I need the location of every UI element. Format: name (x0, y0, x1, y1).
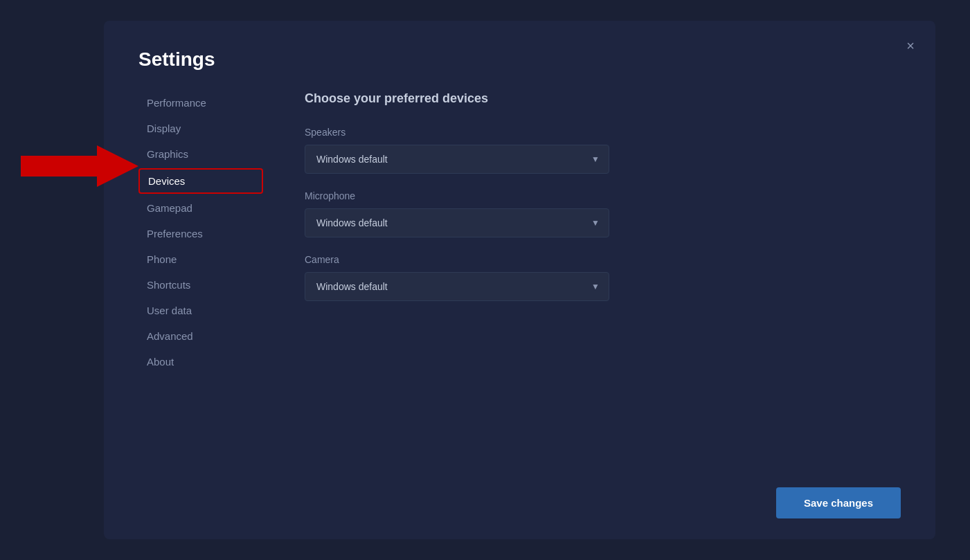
device-section-speakers: SpeakersWindows defaultSpeakers (Realtek… (305, 127, 887, 174)
sidebar: PerformanceDisplayGraphicsDevicesGamepad… (138, 91, 263, 473)
device-label-camera: Camera (305, 254, 887, 265)
close-button[interactable]: × (899, 35, 922, 57)
sidebar-item-preferences[interactable]: Preferences (138, 222, 263, 245)
sidebar-item-user-data[interactable]: User data (138, 299, 263, 322)
sidebar-item-graphics[interactable]: Graphics (138, 143, 263, 165)
footer: Save changes (138, 473, 901, 518)
save-button[interactable]: Save changes (776, 487, 901, 518)
sidebar-item-advanced[interactable]: Advanced (138, 325, 263, 347)
device-label-microphone: Microphone (305, 190, 887, 201)
settings-title: Settings (138, 48, 901, 71)
device-select-speakers[interactable]: Windows defaultSpeakers (Realtek)HDMI Ou… (305, 145, 609, 174)
device-select-wrapper-microphone: Windows defaultMicrophone (Realtek)Heads… (305, 208, 609, 237)
settings-body: PerformanceDisplayGraphicsDevicesGamepad… (138, 91, 901, 473)
device-select-microphone[interactable]: Windows defaultMicrophone (Realtek)Heads… (305, 208, 609, 237)
device-section-camera: CameraWindows defaultIntegrated CameraUS… (305, 254, 887, 301)
device-section-microphone: MicrophoneWindows defaultMicrophone (Rea… (305, 190, 887, 237)
device-select-wrapper-speakers: Windows defaultSpeakers (Realtek)HDMI Ou… (305, 145, 609, 174)
device-select-camera[interactable]: Windows defaultIntegrated CameraUSB Came… (305, 272, 609, 301)
close-icon: × (906, 38, 915, 54)
settings-dialog: × Settings PerformanceDisplayGraphicsDev… (104, 21, 935, 539)
sidebar-item-phone[interactable]: Phone (138, 248, 263, 271)
sidebar-item-performance[interactable]: Performance (138, 91, 263, 114)
sidebar-item-devices[interactable]: Devices (138, 168, 263, 194)
sidebar-item-shortcuts[interactable]: Shortcuts (138, 273, 263, 296)
sidebar-item-about[interactable]: About (138, 350, 263, 373)
sidebar-item-gamepad[interactable]: Gamepad (138, 197, 263, 219)
content-title: Choose your preferred devices (305, 91, 887, 106)
device-select-wrapper-camera: Windows defaultIntegrated CameraUSB Came… (305, 272, 609, 301)
content-area: Choose your preferred devices SpeakersWi… (291, 91, 901, 473)
sidebar-item-display[interactable]: Display (138, 117, 263, 140)
device-label-speakers: Speakers (305, 127, 887, 138)
